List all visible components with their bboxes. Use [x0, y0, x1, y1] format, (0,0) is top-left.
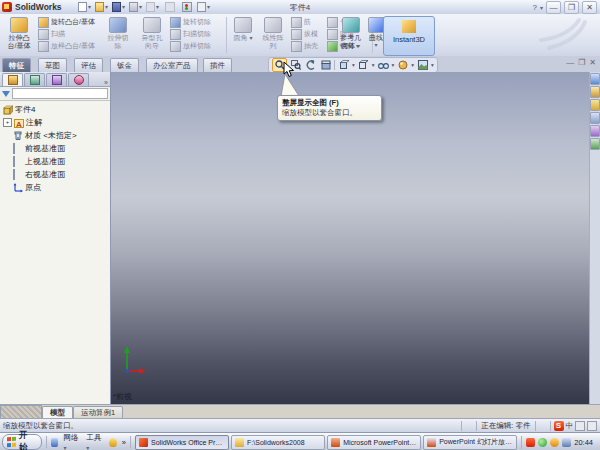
- folder-task-icon: [235, 438, 244, 447]
- appearances-button[interactable]: [590, 138, 600, 150]
- network-menu[interactable]: 网络 ▾: [63, 433, 81, 450]
- powerpoint-slideshow-icon: [427, 438, 436, 447]
- quick-launch-bar: 网络 ▾ 工具 ▾ »: [46, 436, 132, 448]
- section-view-button[interactable]: [319, 59, 332, 71]
- doc-close-button[interactable]: ✕: [589, 58, 596, 67]
- help-button[interactable]: ?: [533, 3, 537, 12]
- dimxpert-tab[interactable]: [68, 73, 89, 86]
- toolbar-separator: [334, 60, 335, 70]
- expand-icon[interactable]: +: [3, 118, 12, 127]
- shell-icon: [291, 41, 302, 52]
- document-tab-bar: 模型 运动算例1: [0, 404, 600, 419]
- doc-restore-button[interactable]: ❐: [578, 58, 585, 67]
- tree-root-part[interactable]: 零件4: [3, 103, 110, 116]
- restore-button[interactable]: ❐: [564, 1, 579, 14]
- svg-text:A: A: [16, 119, 22, 128]
- antivirus-icon[interactable]: [538, 438, 547, 447]
- task-folder[interactable]: F:\Solidworks2008: [231, 435, 325, 450]
- tab-evaluate[interactable]: 评估: [74, 58, 103, 72]
- revolved-cut-button[interactable]: 旋转切除: [170, 16, 222, 28]
- update-icon[interactable]: [550, 438, 559, 447]
- extruded-cut-button[interactable]: 拉伸切除: [102, 16, 134, 54]
- close-button[interactable]: ✕: [582, 1, 597, 14]
- fillet-button[interactable]: 圆角 ▾: [230, 16, 256, 54]
- swept-boss-button[interactable]: 扫描: [38, 28, 100, 40]
- plane-icon: [13, 144, 23, 154]
- sogou-ime-icon[interactable]: S: [554, 421, 564, 431]
- previous-view-button[interactable]: [304, 59, 317, 71]
- instant3d-toggle[interactable]: Instant3D: [383, 16, 435, 56]
- swept-cut-button[interactable]: 扫描切除: [170, 28, 222, 40]
- tree-item-origin[interactable]: 原点: [3, 181, 110, 194]
- task-solidworks[interactable]: SolidWorks Office Prem...: [135, 435, 229, 450]
- shell-button[interactable]: 抽壳: [291, 40, 325, 52]
- featuremanager-tab-icon: [8, 75, 18, 85]
- task-powerpoint[interactable]: Microsoft PowerPoint - [...: [327, 435, 421, 450]
- quick-launch-chevron[interactable]: »: [122, 438, 126, 447]
- tab-sheet-metal[interactable]: 钣金: [110, 58, 139, 72]
- rib-draft-shell-stack: 筋 拔模 抽壳: [291, 16, 325, 52]
- window-controls: ? ▾ — ❐ ✕: [533, 1, 597, 14]
- graphics-viewport[interactable]: [110, 72, 590, 404]
- hide-show-items-button[interactable]: [377, 59, 390, 71]
- display-icon[interactable]: [562, 438, 571, 447]
- status-cell: [535, 421, 550, 431]
- view-palette-button[interactable]: [590, 125, 600, 137]
- reference-geometry-icon: [342, 17, 360, 33]
- tab-addins[interactable]: 插件: [203, 58, 232, 72]
- design-library-button[interactable]: [590, 86, 600, 98]
- tree-item-top-plane[interactable]: 上视基准面: [3, 155, 110, 168]
- minimize-button[interactable]: —: [546, 1, 561, 14]
- view-orientation-button[interactable]: [337, 59, 350, 71]
- curves-button[interactable]: 曲线 ▾: [368, 16, 384, 54]
- tree-item-material[interactable]: 材质 <未指定>: [3, 129, 110, 142]
- tools-menu[interactable]: 工具 ▾: [86, 433, 104, 450]
- system-tray: 20:44: [521, 436, 600, 449]
- security-shield-icon[interactable]: [109, 438, 117, 447]
- tree-item-right-plane[interactable]: 右视基准面: [3, 168, 110, 181]
- lofted-boss-button[interactable]: 放样凸台/基体: [38, 40, 100, 52]
- hole-wizard-button[interactable]: 异型孔向导: [136, 16, 168, 54]
- tab-scroll-splitter[interactable]: [0, 405, 42, 419]
- windows-taskbar: 开始 网络 ▾ 工具 ▾ » SolidWorks Office Prem...…: [0, 432, 600, 450]
- tab-sketch[interactable]: 草图: [38, 58, 67, 72]
- solidworks-resources-button[interactable]: [590, 73, 600, 85]
- show-desktop-icon[interactable]: [51, 438, 59, 447]
- edit-appearance-button[interactable]: [396, 59, 409, 71]
- rib-button[interactable]: 筋: [291, 16, 325, 28]
- view-orientation-icon: [339, 60, 349, 70]
- lofted-cut-button[interactable]: 放样切除: [170, 40, 222, 52]
- configurationmanager-tab[interactable]: [46, 73, 67, 86]
- linear-pattern-button[interactable]: 线性阵列: [258, 16, 288, 54]
- ime-keyboard-icon[interactable]: [587, 421, 597, 431]
- panel-more-button[interactable]: »: [104, 79, 108, 86]
- apply-scene-button[interactable]: [416, 59, 429, 71]
- reference-geometry-button[interactable]: 参考几 何体 ▾: [333, 16, 368, 54]
- tree-item-annotations[interactable]: + A 注解: [3, 116, 110, 129]
- boss-feature-stack: 旋转凸台/基体 扫描 放样凸台/基体: [38, 16, 100, 52]
- revolved-cut-icon: [170, 17, 181, 28]
- propertymanager-tab[interactable]: [24, 73, 45, 86]
- taskbar-clock: 20:44: [574, 438, 596, 447]
- task-powerpoint-slideshow[interactable]: PowerPoint 幻灯片放映...: [423, 435, 517, 450]
- file-explorer-button[interactable]: [590, 99, 600, 111]
- featuremanager-tab[interactable]: [2, 73, 23, 86]
- draft-button[interactable]: 拔模: [291, 28, 325, 40]
- tab-features[interactable]: 特征: [2, 58, 31, 72]
- help-caret-icon[interactable]: ▾: [540, 5, 543, 11]
- doc-minimize-button[interactable]: —: [566, 58, 574, 67]
- extruded-boss-button[interactable]: 拉伸凸台/基体: [2, 16, 36, 54]
- ime-mode-indicator[interactable]: 中: [566, 421, 574, 431]
- ime-punctuation-icon[interactable]: [575, 421, 585, 431]
- search-button[interactable]: [590, 112, 600, 124]
- tab-office-products[interactable]: 办公室产品: [146, 58, 198, 72]
- revolved-boss-button[interactable]: 旋转凸台/基体: [38, 16, 100, 28]
- display-style-button[interactable]: [357, 59, 370, 71]
- filter-input[interactable]: [12, 88, 108, 99]
- cut-feature-stack: 旋转切除 扫描切除 放样切除: [170, 16, 222, 52]
- tree-item-front-plane[interactable]: 前视基准面: [3, 142, 110, 155]
- tooltip: 整屏显示全图 (F) 缩放模型以套合窗口。: [277, 95, 382, 121]
- sogou-ime-icon[interactable]: [526, 438, 535, 447]
- filter-icon: [2, 91, 10, 97]
- start-button[interactable]: 开始: [2, 434, 42, 450]
